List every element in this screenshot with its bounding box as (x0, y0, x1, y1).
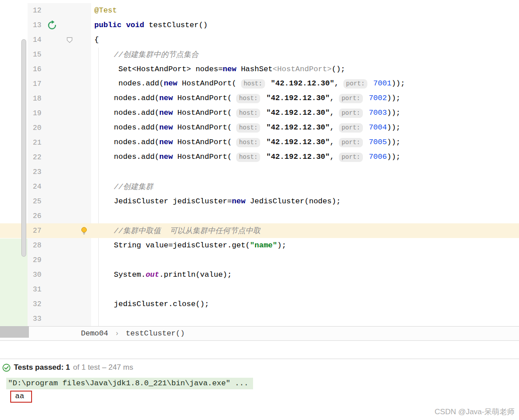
code-text: nodes.add(new HostAndPort( host: "42.192… (91, 79, 519, 89)
line-number[interactable]: 29 (28, 256, 41, 264)
code-token: 7001 (369, 79, 391, 88)
line-number[interactable]: 16 (28, 65, 41, 73)
line-number[interactable]: 27 (28, 227, 41, 235)
test-status-bar: Tests passed: 1 of 1 test – 247 ms (0, 359, 519, 376)
code-line-32[interactable]: 32jedisCluster.close(); (0, 297, 519, 311)
code-token: 7003 (364, 109, 387, 117)
code-token: , (330, 123, 339, 132)
code-token: new (159, 138, 173, 146)
line-number[interactable]: 19 (28, 109, 41, 117)
code-line-20[interactable]: 20nodes.add(new HostAndPort( host: "42.1… (0, 121, 519, 135)
scrollbar-thumb[interactable] (21, 39, 26, 257)
gutter[interactable]: 18 (28, 91, 91, 106)
gutter[interactable]: 31 (28, 282, 91, 297)
code-line-31[interactable]: 31 (0, 282, 519, 297)
gutter[interactable]: 22 (28, 150, 91, 165)
code-line-28[interactable]: 28String value=jedisCluster.get("name"); (0, 238, 519, 253)
line-number[interactable]: 21 (28, 139, 41, 147)
code-token: public void (94, 21, 144, 29)
parameter-hint: port: (339, 138, 363, 147)
line-number[interactable]: 23 (28, 168, 41, 176)
gutter[interactable]: 20 (28, 121, 91, 135)
code-line-22[interactable]: 22nodes.add(new HostAndPort( host: "42.1… (0, 150, 519, 165)
gutter[interactable]: 12 (28, 3, 91, 18)
gutter[interactable]: 16 (28, 62, 91, 77)
code-token: new (223, 65, 237, 73)
gutter[interactable]: 25 (28, 194, 91, 209)
gutter[interactable]: 30 (28, 267, 91, 282)
gutter[interactable]: 24 (28, 179, 91, 194)
code-line-19[interactable]: 19nodes.add(new HostAndPort( host: "42.1… (0, 106, 519, 121)
breadcrumb-item-class[interactable]: Demo04 (81, 329, 108, 338)
lightbulb-icon[interactable] (80, 226, 88, 235)
gutter[interactable]: 27 (28, 223, 91, 238)
run-test-icon[interactable] (47, 20, 57, 30)
code-token: )); (391, 79, 405, 88)
code-token: )); (387, 138, 401, 146)
line-number[interactable]: 17 (28, 80, 41, 88)
line-number[interactable]: 15 (28, 51, 41, 59)
code-token: HostAndPort( (173, 153, 237, 161)
code-line-16[interactable]: 16 Set<HostAndPort> nodes=new HashSet<Ho… (0, 62, 519, 77)
line-number[interactable]: 18 (28, 95, 41, 103)
gutter[interactable]: 28 (28, 238, 91, 253)
code-line-13[interactable]: 13public void testCluster() (0, 18, 519, 32)
code-token: <HostAndPort> (273, 65, 332, 73)
code-line-27[interactable]: 27//集群中取值 可以从集群中任何节点中取 (0, 223, 519, 238)
line-number[interactable]: 26 (28, 212, 41, 220)
breadcrumb-item-method[interactable]: testCluster() (126, 329, 185, 338)
gutter[interactable]: 29 (28, 253, 91, 267)
code-token: //创建集群中的节点集合 (114, 51, 198, 59)
code-line-12[interactable]: 12@Test (0, 3, 519, 18)
gutter[interactable]: 15 (28, 47, 91, 62)
line-number[interactable]: 28 (28, 242, 41, 250)
gutter[interactable]: 26 (28, 209, 91, 223)
line-number[interactable]: 25 (28, 198, 41, 206)
line-number[interactable]: 13 (28, 21, 41, 29)
test-passed-label: Tests passed: 1 (14, 363, 70, 372)
code-token: new (164, 79, 177, 88)
console-output-row: aa (6, 391, 519, 403)
code-line-17[interactable]: 17 nodes.add(new HostAndPort( host: "42.… (0, 77, 519, 91)
code-line-23[interactable]: 23 (0, 165, 519, 179)
code-token: "42.192.12.30" (262, 123, 330, 132)
line-number[interactable]: 20 (28, 124, 41, 132)
code-line-15[interactable]: 15//创建集群中的节点集合 (0, 47, 519, 62)
code-token: System. (114, 271, 145, 279)
line-number[interactable]: 22 (28, 153, 41, 162)
code-text: nodes.add(new HostAndPort( host: "42.192… (91, 123, 519, 133)
code-line-24[interactable]: 24//创建集群 (0, 179, 519, 194)
code-line-33[interactable]: 33 (0, 311, 519, 326)
code-line-29[interactable]: 29 (0, 253, 519, 267)
gutter[interactable]: 19 (28, 106, 91, 121)
gutter[interactable]: 23 (28, 165, 91, 179)
line-number[interactable]: 14 (28, 36, 41, 44)
gutter[interactable]: 13 (28, 18, 91, 32)
test-detail-label: of 1 test – 247 ms (73, 363, 133, 372)
code-line-25[interactable]: 25JedisCluster jedisCluster=new JedisClu… (0, 194, 519, 209)
gutter[interactable]: 17 (28, 77, 91, 91)
gutter[interactable]: 21 (28, 135, 91, 150)
console-command-line[interactable]: "D:\program files\Java\jdk1.8.0_221\bin\… (6, 378, 253, 389)
line-number[interactable]: 33 (28, 315, 41, 323)
line-number[interactable]: 32 (28, 300, 41, 308)
line-number[interactable]: 30 (28, 271, 41, 279)
code-token: //创建集群 (114, 183, 153, 191)
code-editor[interactable]: 12@Test13public void testCluster()14{15/… (0, 0, 519, 326)
line-number[interactable]: 31 (28, 286, 41, 294)
line-number[interactable]: 12 (28, 7, 41, 15)
gutter[interactable]: 33 (28, 311, 91, 326)
line-number[interactable]: 24 (28, 183, 41, 191)
gutter[interactable]: 32 (28, 297, 91, 311)
code-line-14[interactable]: 14{ (0, 32, 519, 47)
code-line-30[interactable]: 30System.out.println(value); (0, 267, 519, 282)
code-line-26[interactable]: 26 (0, 209, 519, 223)
code-line-18[interactable]: 18nodes.add(new HostAndPort( host: "42.1… (0, 91, 519, 106)
code-token: HostAndPort( (177, 79, 241, 88)
parameter-hint: host: (236, 153, 260, 162)
code-token: Set<HostAndPort> nodes= (114, 65, 223, 73)
gutter[interactable]: 14 (28, 32, 91, 47)
fold-region-icon[interactable] (66, 36, 73, 43)
code-line-21[interactable]: 21nodes.add(new HostAndPort( host: "42.1… (0, 135, 519, 150)
code-token: )); (387, 153, 401, 161)
